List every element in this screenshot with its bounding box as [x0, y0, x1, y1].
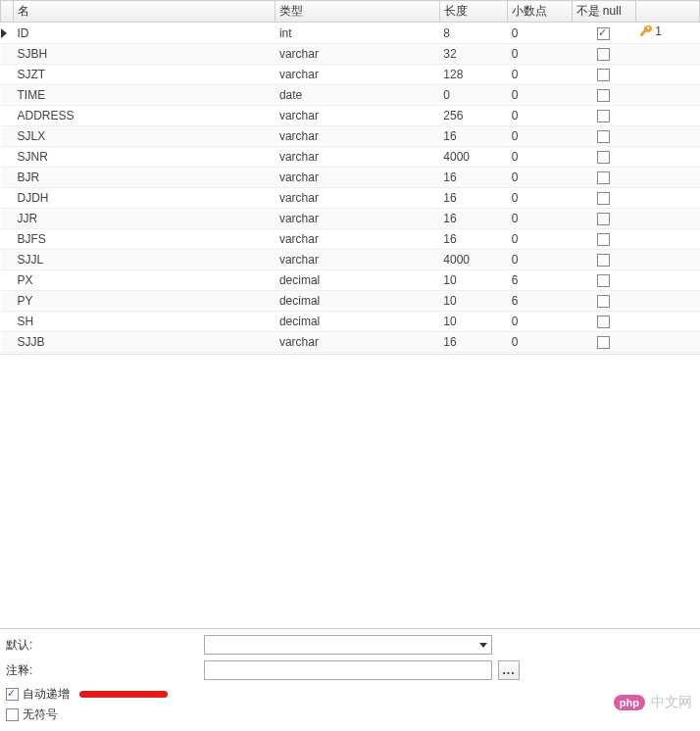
comment-input[interactable]: [204, 660, 492, 680]
table-row[interactable]: SJJLvarchar40000: [1, 250, 700, 270]
table-row[interactable]: BJRvarchar160: [1, 168, 700, 188]
cell-key[interactable]: [635, 291, 699, 312]
notnull-checkbox[interactable]: [597, 130, 610, 143]
cell-name[interactable]: ADDRESS: [14, 106, 275, 126]
table-row[interactable]: PXdecimal106: [1, 270, 700, 291]
cell-name[interactable]: SJLX: [14, 126, 275, 147]
cell-type[interactable]: decimal: [275, 312, 439, 332]
cell-type[interactable]: varchar: [275, 106, 439, 126]
cell-name[interactable]: SJJB: [14, 332, 275, 353]
cell-type[interactable]: varchar: [275, 65, 439, 85]
cell-key[interactable]: [635, 188, 699, 209]
cell-decimals[interactable]: 0: [508, 312, 572, 332]
cell-notnull[interactable]: [572, 23, 635, 44]
cell-decimals[interactable]: 0: [508, 188, 572, 209]
header-notnull[interactable]: 不是 null: [572, 1, 635, 23]
cell-name[interactable]: ID: [14, 23, 275, 44]
cell-length[interactable]: 10: [439, 291, 508, 312]
cell-name[interactable]: PY: [14, 291, 275, 312]
cell-key[interactable]: [635, 270, 699, 291]
notnull-checkbox[interactable]: [597, 69, 610, 81]
cell-type[interactable]: decimal: [275, 291, 439, 312]
table-row[interactable]: JJRvarchar160: [1, 209, 700, 229]
cell-notnull[interactable]: [572, 126, 635, 147]
cell-notnull[interactable]: [572, 188, 635, 209]
cell-notnull[interactable]: [572, 65, 635, 85]
notnull-checkbox[interactable]: [597, 48, 610, 61]
cell-notnull[interactable]: [572, 332, 635, 353]
cell-key[interactable]: 1: [635, 23, 699, 44]
table-row[interactable]: BJFSvarchar160: [1, 229, 700, 250]
cell-name[interactable]: JJR: [14, 209, 275, 229]
cell-decimals[interactable]: 0: [508, 209, 572, 229]
cell-notnull[interactable]: [572, 291, 635, 312]
cell-key[interactable]: [635, 250, 699, 270]
notnull-checkbox[interactable]: [597, 233, 610, 246]
table-row[interactable]: DJDHvarchar160: [1, 188, 700, 209]
cell-length[interactable]: 256: [439, 106, 508, 126]
cell-key[interactable]: [635, 168, 699, 188]
cell-decimals[interactable]: 0: [508, 65, 572, 85]
cell-decimals[interactable]: 6: [508, 291, 572, 312]
cell-type[interactable]: date: [275, 85, 439, 106]
notnull-checkbox[interactable]: [597, 110, 610, 122]
cell-type[interactable]: varchar: [275, 147, 439, 168]
cell-name[interactable]: BJFS: [14, 229, 275, 250]
cell-type[interactable]: varchar: [275, 188, 439, 209]
cell-name[interactable]: BJR: [14, 168, 275, 188]
cell-length[interactable]: 16: [439, 168, 508, 188]
table-row[interactable]: SHdecimal100: [1, 312, 700, 332]
cell-notnull[interactable]: [572, 209, 635, 229]
header-type[interactable]: 类型: [275, 1, 439, 23]
cell-type[interactable]: varchar: [275, 250, 439, 270]
cell-notnull[interactable]: [572, 229, 635, 250]
auto-increment-checkbox[interactable]: [6, 688, 19, 701]
table-row[interactable]: IDint801: [1, 23, 700, 44]
cell-key[interactable]: [635, 209, 699, 229]
cell-decimals[interactable]: 0: [508, 106, 572, 126]
cell-type[interactable]: varchar: [275, 332, 439, 353]
cell-decimals[interactable]: 0: [508, 229, 572, 250]
cell-name[interactable]: PX: [14, 270, 275, 291]
cell-key[interactable]: [635, 312, 699, 332]
cell-key[interactable]: [635, 65, 699, 85]
notnull-checkbox[interactable]: [597, 254, 610, 267]
cell-length[interactable]: 16: [439, 332, 508, 353]
cell-type[interactable]: int: [275, 23, 439, 44]
notnull-checkbox[interactable]: [597, 27, 610, 40]
cell-name[interactable]: DJDH: [14, 188, 275, 209]
cell-length[interactable]: 10: [439, 270, 508, 291]
cell-key[interactable]: [635, 229, 699, 250]
cell-notnull[interactable]: [572, 147, 635, 168]
cell-notnull[interactable]: [572, 312, 635, 332]
cell-decimals[interactable]: 0: [508, 332, 572, 353]
cell-type[interactable]: varchar: [275, 168, 439, 188]
table-row[interactable]: TIMEdate00: [1, 85, 700, 106]
notnull-checkbox[interactable]: [597, 295, 610, 308]
cell-length[interactable]: 4000: [439, 250, 508, 270]
table-row[interactable]: SJJBvarchar160: [1, 332, 700, 353]
notnull-checkbox[interactable]: [597, 213, 610, 225]
cell-key[interactable]: [635, 85, 699, 106]
cell-length[interactable]: 8: [439, 23, 508, 44]
cell-decimals[interactable]: 0: [508, 44, 572, 65]
cell-key[interactable]: [635, 106, 699, 126]
unsigned-checkbox[interactable]: [6, 708, 19, 721]
cell-notnull[interactable]: [572, 44, 635, 65]
table-row[interactable]: ADDRESSvarchar2560: [1, 106, 700, 126]
cell-length[interactable]: 16: [439, 229, 508, 250]
header-decimals[interactable]: 小数点: [508, 1, 572, 23]
comment-ellipsis-button[interactable]: ...: [498, 660, 520, 680]
table-row[interactable]: SJLXvarchar160: [1, 126, 700, 147]
cell-decimals[interactable]: 0: [508, 126, 572, 147]
cell-length[interactable]: 16: [439, 126, 508, 147]
cell-notnull[interactable]: [572, 168, 635, 188]
cell-length[interactable]: 32: [439, 44, 508, 65]
cell-key[interactable]: [635, 126, 699, 147]
cell-type[interactable]: varchar: [275, 229, 439, 250]
notnull-checkbox[interactable]: [597, 192, 610, 205]
table-row[interactable]: SJZTvarchar1280: [1, 65, 700, 85]
columns-table[interactable]: 名 类型 长度 小数点 不是 null IDint801SJBHvarchar3…: [0, 0, 700, 353]
cell-type[interactable]: varchar: [275, 126, 439, 147]
cell-decimals[interactable]: 0: [508, 23, 572, 44]
